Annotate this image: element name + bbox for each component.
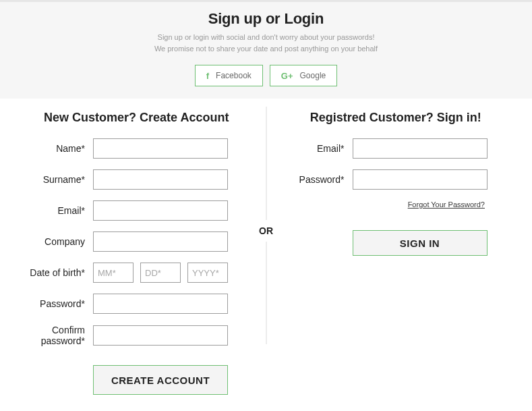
sign-in-button[interactable]: SIGN IN (353, 230, 487, 256)
signin-password-row: Password* (273, 169, 519, 190)
create-heading: New Customer? Create Account (13, 111, 260, 125)
email-row: Email* (13, 200, 260, 221)
divider-line-top (266, 107, 266, 220)
dob-group (93, 263, 228, 283)
surname-input[interactable] (93, 169, 228, 190)
dob-day-input[interactable] (140, 263, 181, 283)
email-label: Email* (13, 205, 93, 216)
facebook-label: Facebook (216, 71, 252, 80)
surname-label: Surname* (13, 174, 93, 185)
signin-password-input[interactable] (353, 169, 487, 190)
name-input[interactable] (93, 138, 228, 159)
divider-or: OR (259, 220, 273, 242)
facebook-button[interactable]: f Facebook (195, 65, 263, 86)
signin-email-row: Email* (273, 138, 519, 159)
divider: OR (259, 107, 273, 344)
forms-container: New Customer? Create Account Name* Surna… (0, 99, 532, 411)
hero-subtitle-2: We promise not to share your date and po… (0, 43, 532, 55)
signin-heading: Registred Customer? Sign in! (273, 111, 519, 125)
dob-month-input[interactable] (93, 263, 134, 283)
signin-email-label: Email* (273, 143, 353, 154)
create-account-column: New Customer? Create Account Name* Surna… (7, 105, 266, 395)
signin-email-input[interactable] (353, 138, 487, 159)
confirm-password-label: Confirm password* (13, 325, 93, 346)
password-row: Password* (13, 294, 260, 314)
page-title: Sign up or Login (0, 10, 532, 28)
password-label: Password* (13, 298, 93, 309)
google-button[interactable]: G+ Google (270, 65, 337, 86)
dob-year-input[interactable] (187, 263, 228, 283)
confirm-password-row: Confirm password* (13, 325, 260, 346)
signin-column: Registred Customer? Sign in! Email* Pass… (266, 105, 526, 395)
email-input[interactable] (93, 200, 228, 221)
facebook-icon: f (206, 72, 209, 80)
dob-label: Date of birth* (13, 267, 93, 278)
create-account-button[interactable]: CREATE ACCOUNT (93, 365, 228, 395)
forgot-password-link[interactable]: Forgot Your Password? (273, 200, 519, 209)
divider-line-bottom (266, 242, 266, 344)
confirm-password-input[interactable] (93, 325, 228, 346)
google-label: Google (300, 71, 326, 80)
name-label: Name* (13, 143, 93, 154)
dob-row: Date of birth* (13, 263, 260, 283)
signin-password-label: Password* (273, 174, 353, 185)
company-input[interactable] (93, 231, 228, 252)
company-row: Company (13, 231, 260, 252)
password-input[interactable] (93, 294, 228, 314)
google-icon: G+ (281, 72, 293, 80)
surname-row: Surname* (13, 169, 260, 190)
hero-subtitle-1: Sign up or login with social and don't w… (0, 32, 532, 43)
social-row: f Facebook G+ Google (0, 65, 532, 86)
name-row: Name* (13, 138, 260, 159)
company-label: Company (13, 236, 93, 247)
hero: Sign up or Login Sign up or login with s… (0, 2, 532, 99)
